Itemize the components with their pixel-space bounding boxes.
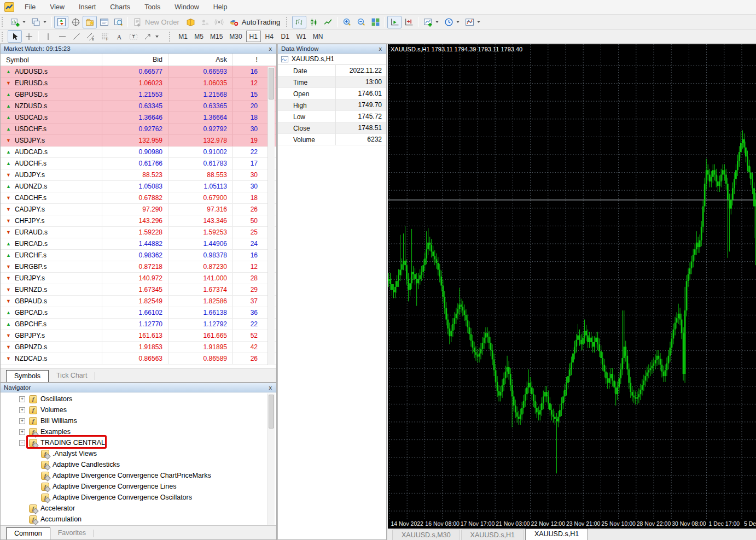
expand-icon[interactable]: + — [19, 407, 25, 413]
timeframe-h4-button[interactable]: H4 — [262, 31, 277, 42]
zoom-in-button[interactable] — [340, 16, 354, 28]
line-chart-mode-button[interactable] — [321, 16, 335, 28]
toolbar-grip[interactable] — [286, 17, 289, 27]
market-watch-row[interactable]: ▲AUDCHF.s0.617660.6178317 — [1, 158, 276, 169]
data-window-toggle-button[interactable] — [68, 16, 83, 28]
market-watch-row[interactable]: ▲AUDUSD.s0.665770.6659316 — [1, 66, 276, 78]
channel-tool-button[interactable]: E — [84, 30, 98, 43]
timeframe-m15-button[interactable]: M15 — [207, 31, 225, 42]
metaeditor-button[interactable] — [184, 16, 198, 28]
close-icon[interactable]: x — [268, 45, 274, 52]
timeframe-m1-button[interactable]: M1 — [176, 31, 190, 42]
market-watch-row[interactable]: ▼EURUSD.s1.060231.0603512 — [1, 78, 276, 89]
strategy-tester-button[interactable] — [111, 16, 125, 28]
market-watch-row[interactable]: ▼USDJPY.s132.959132.97819 — [1, 135, 276, 146]
menu-insert[interactable]: Insert — [72, 0, 103, 14]
market-watch-row[interactable]: ▲GBPCAD.s1.661021.6613836 — [1, 307, 276, 319]
menu-window[interactable]: Window — [167, 0, 206, 14]
collapse-icon[interactable]: − — [19, 440, 25, 446]
price-chart[interactable]: XAUUSD.s,H1 1793.11 1794.39 1793.11 1793… — [388, 44, 756, 519]
market-watch-row[interactable]: ▼EURJPY.s140.972141.00028 — [1, 273, 276, 284]
terminal-toggle-button[interactable] — [97, 16, 111, 28]
chart-shift-button[interactable] — [402, 16, 416, 28]
expand-icon[interactable]: + — [19, 396, 25, 402]
navigator-item[interactable]: fAdaptive Divergence Convergence Oscilla… — [1, 492, 267, 503]
market-watch-row[interactable]: ▲NZDUSD.s0.633450.6336520 — [1, 101, 276, 112]
menu-charts[interactable]: Charts — [103, 0, 137, 14]
toolbar-grip[interactable] — [2, 17, 5, 27]
navigator-item[interactable]: fAdaptive Divergence Convergence Lines — [1, 481, 267, 492]
navigator-item[interactable]: +fOscillators — [1, 394, 267, 404]
new-chart-button[interactable] — [8, 16, 22, 28]
expand-icon[interactable]: + — [19, 418, 25, 424]
chart-tab-xauusd-m30[interactable]: XAUUSD.s,M30 — [392, 530, 460, 540]
navigator-item[interactable]: fAccumulation — [1, 514, 267, 525]
cursor-tool-button[interactable] — [8, 30, 22, 43]
navigator-item[interactable]: +fVolumes — [1, 404, 267, 415]
market-watch-column-headers[interactable]: Symbol Bid Ask ! — [1, 54, 276, 66]
indicators-dropdown[interactable] — [435, 21, 439, 23]
market-watch-row[interactable]: ▲GBPCHF.s1.127701.1279222 — [1, 319, 276, 330]
close-icon[interactable]: x — [378, 45, 383, 52]
market-watch-row[interactable]: ▼EURAUD.s1.592281.5925325 — [1, 227, 276, 238]
market-watch-row[interactable]: ▼NZDCAD.s0.865630.8658926 — [1, 353, 276, 365]
menu-file[interactable]: File — [18, 0, 43, 14]
zoom-out-button[interactable] — [354, 16, 368, 28]
market-watch-scrollbar[interactable] — [267, 67, 275, 365]
column-symbol[interactable]: Symbol — [1, 56, 102, 64]
timeframe-w1-button[interactable]: W1 — [294, 31, 309, 42]
fibonacci-tool-button[interactable]: F — [98, 30, 112, 43]
menu-view[interactable]: View — [43, 0, 72, 14]
market-watch-row[interactable]: ▲GBPUSD.s1.215531.2156815 — [1, 89, 276, 101]
autotrading-button[interactable]: AutoTrading — [226, 16, 284, 28]
profiles-button[interactable] — [28, 16, 43, 28]
arrows-tool-button[interactable] — [141, 30, 155, 43]
tab-tick-chart[interactable]: Tick Chart — [49, 370, 95, 382]
close-icon[interactable]: x — [268, 384, 274, 391]
profiles-dropdown[interactable] — [43, 21, 46, 23]
new-chart-dropdown[interactable] — [22, 21, 26, 23]
timeframe-m5-button[interactable]: M5 — [191, 31, 206, 42]
templates-button[interactable] — [462, 16, 476, 28]
auto-scroll-button[interactable] — [387, 16, 402, 28]
timeframe-d1-button[interactable]: D1 — [278, 31, 293, 42]
horizontal-line-tool-button[interactable] — [55, 30, 69, 43]
toolbar-grip[interactable] — [2, 32, 5, 42]
candlestick-mode-button[interactable] — [306, 16, 321, 28]
market-watch-row[interactable]: ▼GBPNZD.s1.918531.9189542 — [1, 342, 276, 353]
market-watch-row[interactable]: ▼GBPJPY.s161.613161.66552 — [1, 330, 276, 342]
time-axis[interactable]: 14 Nov 202216 Nov 08:0017 Nov 17:0021 No… — [388, 519, 756, 529]
text-tool-button[interactable]: A — [112, 30, 126, 43]
expand-icon[interactable]: + — [19, 429, 25, 435]
market-watch-row[interactable]: ▼AUDJPY.s88.52388.55330 — [1, 169, 276, 181]
market-watch-row[interactable]: ▲EURCAD.s1.448821.4490624 — [1, 238, 276, 250]
column-bid[interactable]: Bid — [102, 54, 168, 66]
trendline-tool-button[interactable] — [69, 30, 84, 43]
market-watch-scrollbar-thumb[interactable] — [269, 68, 274, 99]
column-spread[interactable]: ! — [232, 54, 263, 66]
tile-windows-button[interactable] — [368, 16, 382, 28]
menu-tools[interactable]: Tools — [137, 0, 167, 14]
navigator-item[interactable]: fAdaptive Candlesticks — [1, 459, 267, 470]
indicators-button[interactable] — [421, 16, 435, 28]
timeframe-h1-button[interactable]: H1 — [246, 31, 261, 42]
market-watch-row[interactable]: ▲USDCAD.s1.366461.3666418 — [1, 112, 276, 124]
market-watch-row[interactable]: ▲AUDNZD.s1.050831.0511330 — [1, 181, 276, 192]
periods-dropdown[interactable] — [456, 21, 460, 23]
chart-tab-xauusd-h1[interactable]: XAUUSD.s,H1 — [461, 530, 524, 540]
navigator-item[interactable]: fAccelerator — [1, 503, 267, 514]
news-button[interactable] — [212, 16, 226, 28]
market-watch-row[interactable]: ▲AUDCAD.s0.909800.9100222 — [1, 146, 276, 158]
chart-tab-xauusd-h1-active[interactable]: XAUUSD.s,H1 — [525, 529, 588, 540]
navigator-item[interactable]: f.Analyst Views — [1, 448, 267, 459]
market-watch-row[interactable]: ▼CHFJPY.s143.296143.34650 — [1, 215, 276, 227]
navigator-item[interactable]: fAdaptive Divergence Convergence ChartPr… — [1, 470, 267, 481]
templates-dropdown[interactable] — [477, 21, 480, 23]
market-watch-row[interactable]: ▼CADCHF.s0.678820.6790018 — [1, 192, 276, 204]
vertical-line-tool-button[interactable] — [41, 30, 55, 43]
tab-common[interactable]: Common — [6, 527, 50, 539]
market-watch-row[interactable]: ▲EURCHF.s0.983620.9837816 — [1, 250, 276, 261]
navigator-scrollbar-thumb[interactable] — [269, 395, 274, 429]
navigator-toggle-button[interactable] — [83, 16, 97, 28]
market-watch-row[interactable]: ▲USDCHF.s0.927620.9279230 — [1, 124, 276, 135]
